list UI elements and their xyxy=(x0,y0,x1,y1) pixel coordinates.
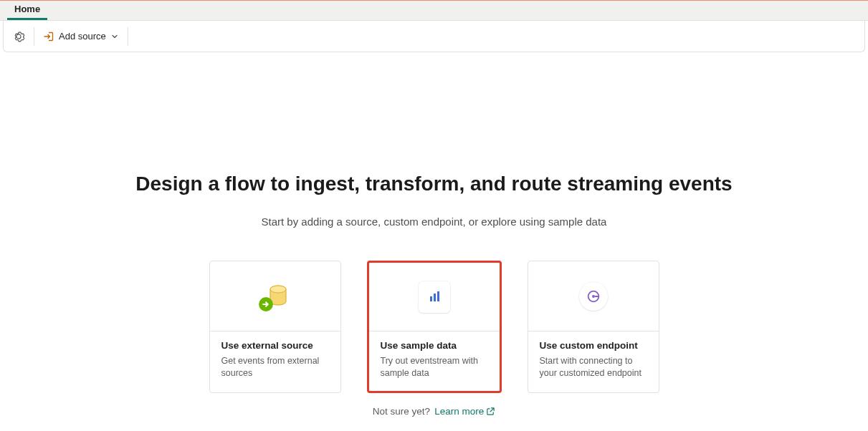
option-cards-row: Use external source Get events from exte… xyxy=(209,261,659,393)
card-body: Use sample data Try out eventstream with… xyxy=(369,331,500,391)
enter-arrow-icon xyxy=(43,31,54,42)
not-sure-text: Not sure yet? xyxy=(373,406,430,417)
ribbon-tab-strip: Home xyxy=(0,1,868,21)
settings-button[interactable] xyxy=(6,25,31,48)
toolbar-separator xyxy=(128,27,128,46)
learn-more-link[interactable]: Learn more xyxy=(434,406,495,417)
card-title: Use external source xyxy=(221,340,329,351)
custom-endpoint-icon xyxy=(579,282,608,311)
card-description: Try out eventstream with sample data xyxy=(381,355,488,379)
svg-point-7 xyxy=(591,294,594,297)
learn-more-label: Learn more xyxy=(434,406,484,417)
card-icon-area xyxy=(528,261,659,331)
svg-rect-5 xyxy=(437,291,439,301)
svg-point-1 xyxy=(270,286,286,293)
toolbar-separator xyxy=(34,27,34,46)
card-body: Use external source Get events from exte… xyxy=(210,331,340,391)
chevron-down-icon xyxy=(110,32,119,41)
page-subtitle: Start by adding a source, custom endpoin… xyxy=(262,216,607,228)
card-icon-area xyxy=(210,261,340,331)
add-source-label: Add source xyxy=(59,31,106,42)
card-external-source[interactable]: Use external source Get events from exte… xyxy=(209,261,341,393)
card-description: Start with connecting to your customized… xyxy=(540,355,647,379)
svg-rect-3 xyxy=(430,296,432,301)
card-icon-area xyxy=(369,263,500,331)
sample-data-icon xyxy=(419,281,450,313)
external-source-icon xyxy=(258,279,292,314)
add-source-button[interactable]: Add source xyxy=(37,25,125,48)
footer-help: Not sure yet? Learn more xyxy=(373,406,495,417)
card-description: Get events from external sources xyxy=(221,355,329,379)
gear-icon xyxy=(12,30,25,43)
card-body: Use custom endpoint Start with connectin… xyxy=(528,331,659,391)
page-title: Design a flow to ingest, transform, and … xyxy=(135,173,732,195)
hero-section: Design a flow to ingest, transform, and … xyxy=(0,52,868,417)
card-title: Use custom endpoint xyxy=(540,340,647,351)
svg-rect-4 xyxy=(434,294,436,301)
card-custom-endpoint[interactable]: Use custom endpoint Start with connectin… xyxy=(528,261,659,393)
card-title: Use sample data xyxy=(381,340,488,351)
card-sample-data[interactable]: Use sample data Try out eventstream with… xyxy=(367,261,502,393)
toolbar: Add source xyxy=(3,21,865,52)
external-link-icon xyxy=(486,407,495,416)
tab-home[interactable]: Home xyxy=(7,0,47,20)
